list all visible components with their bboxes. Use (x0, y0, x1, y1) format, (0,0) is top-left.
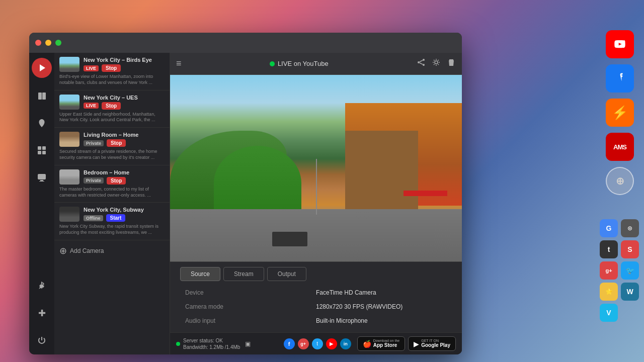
sniper-desktop-icon[interactable]: ⊕ (606, 167, 634, 195)
camera-item-3[interactable]: Bedroom – Home Private Stop The master b… (54, 165, 170, 203)
delete-icon[interactable] (447, 58, 456, 69)
add-camera-label: Add Camera (70, 247, 104, 254)
social-icons: f g+ t ▶ in (284, 338, 351, 349)
twitter-icon[interactable]: 🐦 (621, 261, 639, 280)
video-feed (170, 75, 462, 261)
footer-linkedin-icon[interactable]: in (340, 338, 351, 349)
google-play-label: Google Play (421, 342, 450, 348)
close-button[interactable] (35, 40, 41, 46)
svg-rect-9 (40, 180, 43, 181)
camera-stop-btn-1[interactable]: Stop (102, 102, 121, 110)
title-bar (29, 33, 462, 53)
sidebar-logo-button[interactable] (32, 58, 52, 78)
lightning-desktop-icon[interactable]: ⚡ (606, 99, 634, 127)
footer-youtube-icon[interactable]: ▶ (326, 338, 337, 349)
svg-rect-4 (38, 146, 41, 150)
facebook-desktop-icon[interactable] (606, 64, 634, 93)
camera-status-4: Offline (84, 215, 103, 221)
google-icon[interactable]: G (600, 219, 618, 237)
google-play-badge[interactable]: ▶ GET IT ON Google Play (408, 336, 456, 351)
tumblr-icon[interactable]: t (600, 240, 618, 258)
server-status: Server status: OK Bandwidth: 1.2Mb /1.4M… (176, 337, 284, 350)
camera-desc-0: Bird's-eye view of Lower Manhattan, zoom… (59, 74, 165, 85)
sidebar-plus-medical-button[interactable]: ✚ (33, 304, 51, 322)
share-icon[interactable] (417, 58, 426, 69)
camera-item-4[interactable]: New York City, Subway Offline Start New … (54, 203, 170, 240)
device-label: Device (185, 289, 316, 296)
svg-rect-5 (42, 146, 46, 150)
live-dot (270, 61, 275, 66)
camera-stop-btn-2[interactable]: Stop (107, 139, 126, 147)
camera-stop-btn-0[interactable]: Stop (102, 64, 121, 72)
svg-rect-10 (39, 181, 44, 182)
footer-twitter-icon[interactable]: t (312, 338, 323, 349)
ams-desktop-icon[interactable]: AMS (606, 133, 634, 161)
add-camera-button[interactable]: ⊕ Add Camera (54, 240, 170, 261)
camera-start-btn-4[interactable]: Start (106, 214, 126, 222)
camera-name-3: Bedroom – Home (84, 169, 165, 176)
sidebar-book-button[interactable] (33, 87, 51, 105)
camera-mode-value: 644x362 30 FPS (RAWVIDEO) (316, 303, 447, 310)
audio-input-value: Built-in Microphone (316, 317, 447, 324)
app-store-badge[interactable]: 🍎 Download on the App Store (357, 336, 406, 351)
sidebar-monitor-button[interactable] (33, 168, 51, 187)
camera-item-0[interactable]: New York City – Birds Eye LIVE Stop Bird… (54, 53, 170, 90)
camera-thumb-1 (59, 95, 79, 110)
camera-list: New York City – Birds Eye LIVE Stop Bird… (54, 53, 170, 354)
svg-line-16 (420, 63, 423, 64)
vimeo-icon[interactable]: V (600, 304, 618, 322)
camera-status-2: Private (84, 140, 104, 146)
footer: Server status: OK Bandwidth: 1.2Mb /1.4M… (170, 332, 462, 354)
sidebar-grid-button[interactable] (33, 141, 51, 159)
yellow-icon[interactable]: ⭐ (600, 283, 618, 301)
camera-status-1: LIVE (84, 103, 99, 109)
maximize-button[interactable] (55, 40, 61, 46)
gplus-icon[interactable]: g+ (600, 261, 618, 280)
svg-point-17 (435, 61, 438, 64)
bottom-section: Source Stream Output Device FaceTime HD … (170, 261, 462, 332)
video-area (170, 75, 462, 261)
menu-icon[interactable]: ≡ (176, 58, 182, 69)
camera-thumb-4 (59, 207, 79, 222)
apple-icon: 🍎 (363, 340, 371, 348)
sidebar-power-button[interactable] (33, 331, 51, 349)
camera-item-2[interactable]: Living Room – Home Private Stop Secured … (54, 128, 170, 165)
source-details: Device FaceTime HD Camera Camera mode 12… (170, 281, 462, 332)
circles-icon[interactable]: ⊛ (621, 219, 639, 237)
youtube-desktop-icon[interactable] (606, 30, 634, 58)
add-camera-icon: ⊕ (59, 245, 67, 256)
sidebar-location-button[interactable] (33, 114, 51, 132)
svg-rect-1 (38, 93, 42, 100)
camera-item-1[interactable]: New York City – UES LIVE Stop Upper East… (54, 90, 170, 128)
top-bar: ≡ LIVE on YouTube (170, 53, 462, 75)
desktop-icons-bottom: G ⊛ t S g+ 🐦 ⭐ W V (600, 219, 639, 322)
google-play-sub: GET IT ON (421, 339, 450, 342)
camera-desc-3: The master bedroom, connected to my list… (59, 187, 165, 198)
camera-thumb-0 (59, 57, 79, 72)
tab-stream[interactable]: Stream (223, 267, 264, 281)
tab-source[interactable]: Source (180, 267, 220, 281)
settings-icon[interactable] (432, 58, 441, 69)
sidebar-settings-button[interactable] (33, 277, 51, 295)
main-panel: ≡ LIVE on YouTube (170, 53, 462, 354)
camera-status-0: LIVE (84, 65, 99, 71)
svg-rect-7 (42, 151, 46, 154)
camera-desc-2: Secured stream of a private residence, t… (59, 149, 165, 160)
svg-rect-2 (42, 93, 46, 100)
app-store-label: App Store (373, 342, 400, 348)
minimize-button[interactable] (45, 40, 51, 46)
camera-stop-btn-3[interactable]: Stop (107, 177, 126, 185)
camera-thumb-3 (59, 169, 79, 185)
audio-input-label: Audio input (185, 317, 316, 324)
tabs-row: Source Stream Output (170, 262, 462, 281)
camera-mode-label: Camera mode (185, 303, 316, 310)
status-dot (176, 342, 180, 346)
s-icon[interactable]: S (621, 240, 639, 258)
camera-desc-1: Upper East Side and neighborhood, Manhat… (59, 112, 165, 123)
camera-desc-4: New York City Subway, the rapid transit … (59, 224, 165, 235)
footer-gplus-icon[interactable]: g+ (298, 338, 309, 349)
live-label: LIVE on YouTube (278, 60, 329, 67)
tab-output[interactable]: Output (267, 267, 306, 281)
footer-facebook-icon[interactable]: f (284, 338, 295, 349)
wordpress-icon[interactable]: W (621, 283, 639, 301)
